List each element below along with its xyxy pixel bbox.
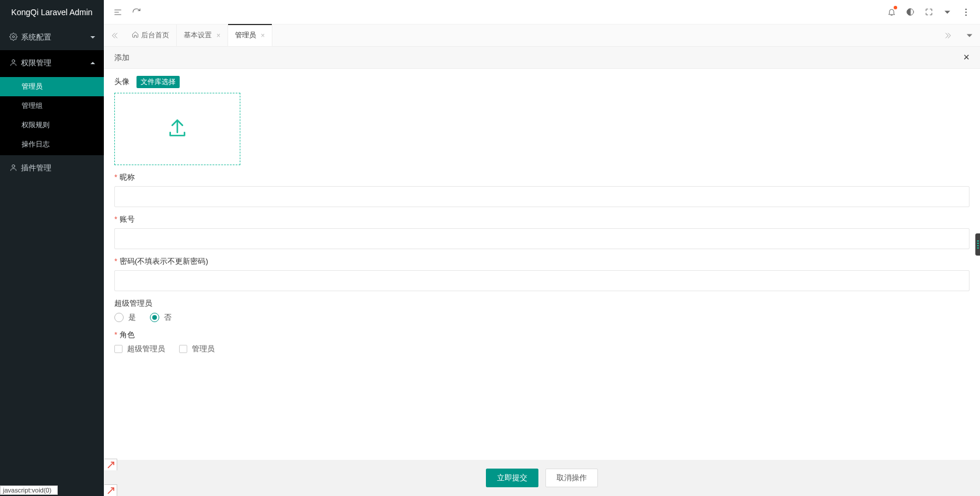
panel-title: 添加 <box>114 53 130 63</box>
nickname-input[interactable] <box>114 186 970 207</box>
corner-tab-lower[interactable] <box>104 484 117 496</box>
role-check-super-label: 超级管理员 <box>127 344 165 354</box>
caret-down-icon <box>90 33 96 42</box>
corner-tab-upper[interactable] <box>104 459 117 470</box>
sidebar-submenu-permissions: 管理员 管理组 权限规则 操作日志 <box>0 76 104 155</box>
account-input[interactable] <box>114 228 970 249</box>
theme-button[interactable] <box>901 0 919 25</box>
tabs-menu-button[interactable] <box>959 25 980 46</box>
avatar-upload-area[interactable] <box>114 93 240 165</box>
radio-no-label: 否 <box>164 312 172 323</box>
topbar <box>104 0 980 25</box>
role-check-super[interactable]: 超级管理员 <box>114 344 165 354</box>
account-label: *账号 <box>114 214 970 225</box>
upload-icon <box>165 116 190 142</box>
plugin-icon <box>9 163 21 173</box>
panel-subheader: 添加 × <box>104 47 980 69</box>
user-menu-button[interactable] <box>938 0 957 25</box>
right-drawer-handle[interactable] <box>975 233 980 256</box>
svg-point-5 <box>965 11 967 13</box>
notifications-button[interactable] <box>882 0 901 25</box>
form-footer: 立即提交 取消操作 <box>104 460 980 496</box>
checkbox-icon <box>114 345 123 353</box>
refresh-button[interactable] <box>127 0 146 25</box>
tab-admin[interactable]: 管理员 × <box>228 25 272 46</box>
more-button[interactable] <box>957 0 975 25</box>
tab-label-home: 后台首页 <box>141 30 169 40</box>
brand-title: KongQi Laravel Admin <box>0 0 104 25</box>
sidebar-item-system[interactable]: 系统配置 <box>0 25 104 50</box>
sidebar-sub-admin-group[interactable]: 管理组 <box>0 96 104 116</box>
caret-up-icon <box>90 59 96 68</box>
svg-point-6 <box>965 14 967 16</box>
avatar-label: 头像 <box>114 76 130 87</box>
sidebar-sub-admin[interactable]: 管理员 <box>0 77 104 96</box>
cancel-button[interactable]: 取消操作 <box>545 469 598 487</box>
form-area: 头像 文件库选择 *昵称 *账号 *密码(不填表 <box>104 69 980 460</box>
sidebar-item-permissions[interactable]: 权限管理 <box>0 50 104 76</box>
radio-icon <box>114 313 124 322</box>
role-check-admin[interactable]: 管理员 <box>179 344 215 354</box>
svg-point-4 <box>965 8 967 10</box>
tab-label-basic: 基本设置 <box>184 30 212 40</box>
fullscreen-button[interactable] <box>919 0 938 25</box>
tab-basic-settings[interactable]: 基本设置 × <box>177 25 228 46</box>
role-label: *角色 <box>114 330 970 340</box>
sidebar: KongQi Laravel Admin 系统配置 权限管理 管理员 管理组 权… <box>0 0 104 496</box>
browser-status-text: javascript:void(0) <box>0 485 58 495</box>
tab-home[interactable]: 后台首页 <box>125 25 177 46</box>
user-icon <box>9 58 21 68</box>
sidebar-label-plugins: 插件管理 <box>21 163 51 173</box>
home-icon <box>132 31 139 40</box>
password-label: *密码(不填表示不更新密码) <box>114 256 970 267</box>
svg-point-1 <box>12 60 15 62</box>
sidebar-sub-op-log[interactable]: 操作日志 <box>0 135 104 154</box>
sidebar-label-system: 系统配置 <box>21 32 51 43</box>
tab-close-admin[interactable]: × <box>261 32 265 40</box>
tabs-next-button[interactable] <box>938 25 959 46</box>
sidebar-sub-perm-rules[interactable]: 权限规则 <box>0 116 104 135</box>
checkbox-icon <box>179 345 187 353</box>
sidebar-item-plugins[interactable]: 插件管理 <box>0 155 104 181</box>
tab-close-basic[interactable]: × <box>216 32 220 40</box>
file-library-button[interactable]: 文件库选择 <box>136 76 180 88</box>
collapse-sidebar-button[interactable] <box>108 0 127 25</box>
notification-dot-icon <box>894 6 897 9</box>
radio-no[interactable]: 否 <box>150 312 172 323</box>
password-input[interactable] <box>114 270 970 291</box>
tabs-prev-button[interactable] <box>104 25 125 46</box>
svg-point-0 <box>12 36 15 38</box>
role-check-admin-label: 管理员 <box>192 344 215 354</box>
radio-icon <box>150 313 159 322</box>
tab-label-admin: 管理员 <box>235 30 256 40</box>
radio-yes[interactable]: 是 <box>114 312 136 323</box>
super-admin-label: 超级管理员 <box>114 298 970 309</box>
sidebar-label-permissions: 权限管理 <box>21 58 51 68</box>
panel-close-button[interactable]: × <box>963 51 970 64</box>
svg-point-2 <box>12 165 15 167</box>
submit-button[interactable]: 立即提交 <box>486 469 538 487</box>
nickname-label: *昵称 <box>114 172 970 183</box>
radio-yes-label: 是 <box>128 312 136 323</box>
tabs-bar: 后台首页 基本设置 × 管理员 × <box>104 25 980 47</box>
gear-icon <box>9 33 21 43</box>
